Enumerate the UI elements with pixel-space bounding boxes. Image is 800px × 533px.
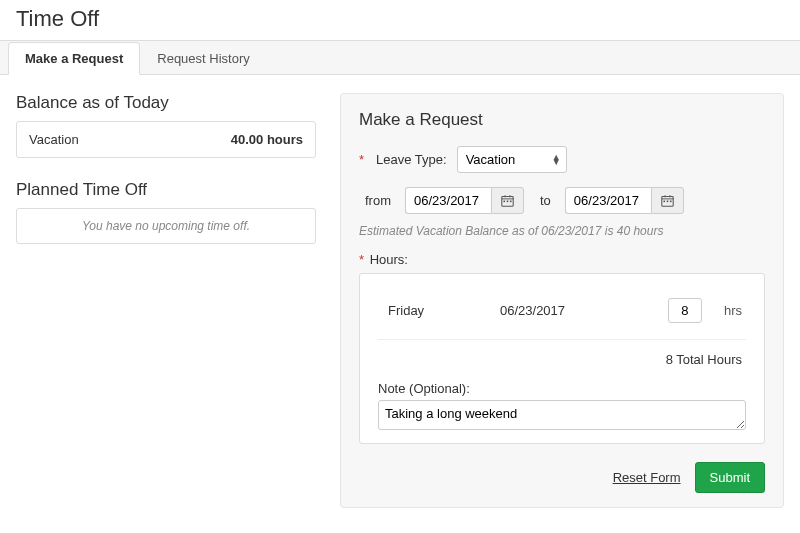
- total-hours: 8 Total Hours: [378, 350, 746, 381]
- balance-hours: 40.00 hours: [231, 132, 303, 147]
- from-label: from: [365, 193, 391, 208]
- note-label: Note (Optional):: [378, 381, 746, 396]
- from-date-input[interactable]: [405, 187, 491, 214]
- hours-row: Friday 06/23/2017 hrs: [378, 290, 746, 337]
- svg-rect-5: [507, 201, 509, 203]
- hours-box: Friday 06/23/2017 hrs 8 Total Hours Note…: [359, 273, 765, 444]
- to-date-input[interactable]: [565, 187, 651, 214]
- hours-input[interactable]: [668, 298, 702, 323]
- leave-type-label: Leave Type:: [376, 152, 447, 167]
- calendar-icon: [501, 194, 514, 207]
- divider: [378, 339, 746, 340]
- page-title: Time Off: [0, 0, 800, 40]
- required-marker: *: [359, 252, 364, 267]
- planned-heading: Planned Time Off: [16, 180, 316, 200]
- submit-button[interactable]: Submit: [695, 462, 765, 493]
- leave-type-select[interactable]: Vacation: [457, 146, 567, 173]
- calendar-icon: [661, 194, 674, 207]
- hours-suffix: hrs: [724, 303, 742, 318]
- balance-type: Vacation: [29, 132, 79, 147]
- note-textarea[interactable]: [378, 400, 746, 430]
- hours-date: 06/23/2017: [500, 303, 620, 318]
- svg-rect-11: [663, 201, 665, 203]
- tab-request-history[interactable]: Request History: [140, 42, 266, 75]
- balance-heading: Balance as of Today: [16, 93, 316, 113]
- reset-form-link[interactable]: Reset Form: [613, 470, 681, 485]
- required-marker: *: [359, 152, 364, 167]
- to-calendar-button[interactable]: [651, 187, 684, 214]
- estimate-text: Estimated Vacation Balance as of 06/23/2…: [359, 224, 765, 238]
- tabs: Make a Request Request History: [0, 40, 800, 75]
- balance-box: Vacation 40.00 hours: [16, 121, 316, 158]
- svg-rect-13: [670, 201, 672, 203]
- tab-make-request[interactable]: Make a Request: [8, 42, 140, 75]
- svg-rect-4: [503, 201, 505, 203]
- from-calendar-button[interactable]: [491, 187, 524, 214]
- make-request-panel: Make a Request * Leave Type: Vacation ▲▼…: [340, 93, 784, 508]
- svg-rect-6: [510, 201, 512, 203]
- to-label: to: [540, 193, 551, 208]
- planned-box: You have no upcoming time off.: [16, 208, 316, 244]
- panel-title: Make a Request: [359, 110, 765, 130]
- planned-empty-message: You have no upcoming time off.: [29, 219, 303, 233]
- hours-day: Friday: [382, 303, 482, 318]
- hours-label: Hours:: [370, 252, 408, 267]
- svg-rect-12: [667, 201, 669, 203]
